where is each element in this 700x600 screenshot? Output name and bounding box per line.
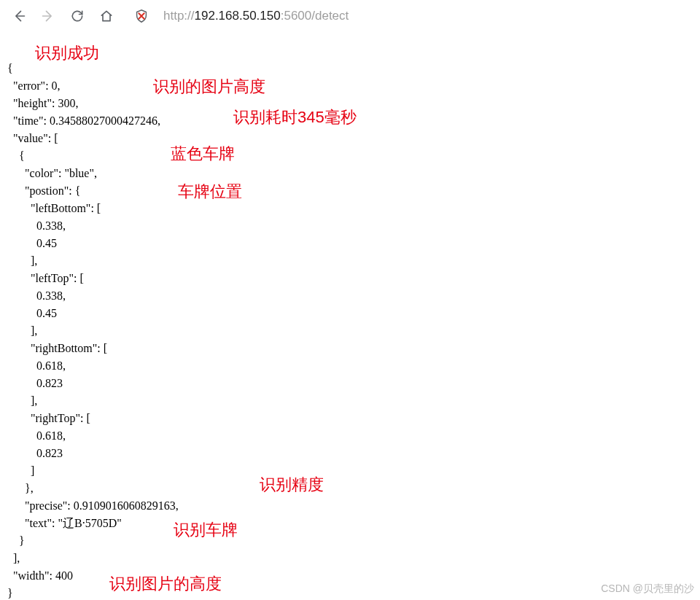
json-line: { [7, 62, 13, 74]
json-line: 0.618, [7, 429, 66, 442]
json-line: { [7, 149, 25, 162]
json-line: "rightBottom": [ [7, 342, 107, 354]
json-line: "leftTop": [ [7, 272, 84, 284]
url-bar[interactable]: http://192.168.50.150:5600/detect [160, 9, 694, 23]
annotation-time: 识别耗时345毫秒 [233, 106, 357, 128]
json-line: "error": 0, [7, 79, 61, 92]
watermark: CSDN @贝壳里的沙 [601, 583, 694, 596]
security-shield-icon[interactable] [131, 6, 152, 26]
annotation-height: 识别的图片高度 [153, 76, 265, 98]
json-line: ], [7, 324, 37, 337]
json-line: ] [7, 464, 34, 477]
json-line: 0.45 [7, 237, 57, 249]
json-line: "time": 0.34588027000427246, [7, 114, 160, 127]
url-path: :5600/detect [281, 9, 349, 23]
home-icon [99, 9, 114, 23]
json-line: ], [7, 394, 37, 407]
annotation-position: 车牌位置 [178, 181, 242, 203]
json-line: 0.45 [7, 307, 57, 319]
json-line: 0.338, [7, 219, 66, 232]
json-line: "width": 400 [7, 569, 73, 582]
json-line: "value": [ [7, 132, 58, 144]
annotation-blue-plate: 蓝色车牌 [171, 143, 235, 165]
home-button[interactable] [93, 3, 120, 29]
json-line: "height": 300, [7, 97, 79, 109]
browser-toolbar: http://192.168.50.150:5600/detect [0, 0, 700, 32]
json-line: 0.618, [7, 359, 66, 372]
reload-icon [70, 9, 85, 23]
annotation-success: 识别成功 [35, 42, 99, 64]
arrow-left-icon [12, 9, 26, 23]
annotation-plate-text: 识别车牌 [174, 519, 238, 541]
json-line: 0.823 [7, 447, 63, 459]
arrow-right-icon [41, 9, 55, 23]
reload-button[interactable] [64, 3, 90, 29]
json-line: } [7, 534, 25, 547]
json-line: ], [7, 552, 20, 564]
back-button[interactable] [6, 3, 32, 29]
json-line: 0.338, [7, 289, 66, 302]
forward-button[interactable] [35, 3, 61, 29]
json-line: "postion": { [7, 184, 80, 197]
json-line: "leftBottom": [ [7, 202, 101, 214]
annotation-precision: 识别精度 [260, 474, 324, 496]
url-host: 192.168.50.150 [195, 9, 281, 23]
json-line: }, [7, 482, 34, 494]
json-line: "text": "辽B·5705D" [7, 517, 122, 529]
json-line: "precise": 0.9109016060829163, [7, 499, 179, 512]
json-line: } [7, 587, 13, 599]
json-line: ], [7, 254, 37, 267]
url-scheme: http:// [163, 9, 195, 23]
json-line: 0.823 [7, 377, 63, 389]
annotation-width: 识别图片的高度 [109, 573, 222, 595]
json-line: "rightTop": [ [7, 412, 90, 424]
json-line: "color": "blue", [7, 167, 97, 179]
